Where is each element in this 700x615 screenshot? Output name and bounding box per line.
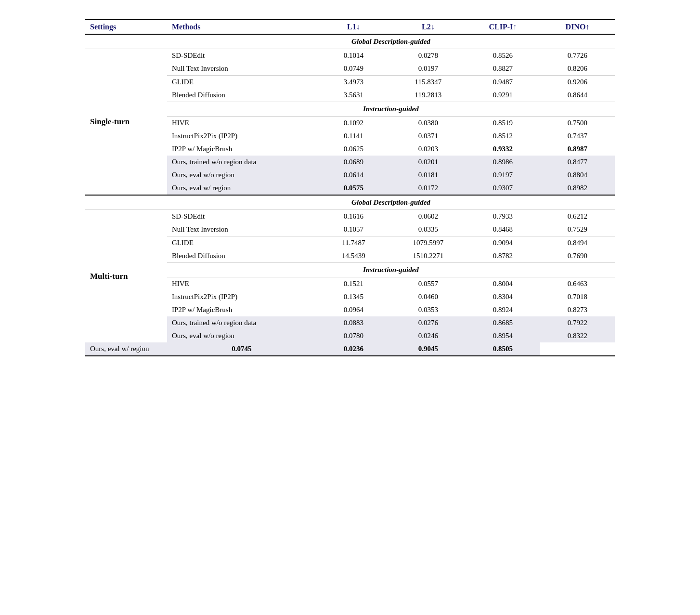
clip-val: 0.9332 xyxy=(466,143,540,156)
l2-val: 0.0460 xyxy=(391,290,466,303)
clip-val: 0.9487 xyxy=(466,76,540,89)
l2-val: 0.0201 xyxy=(391,156,466,169)
l2-val: 1510.2271 xyxy=(391,249,466,263)
dino-val: 0.8804 xyxy=(540,169,615,182)
method-cell: Ours, trained w/o region data xyxy=(167,156,316,169)
method-cell: Blended Diffusion xyxy=(167,89,316,102)
method-cell: Ours, trained w/o region data xyxy=(167,316,316,329)
l1-val: 3.5631 xyxy=(316,89,391,102)
l1-val: 0.0745 xyxy=(167,342,316,356)
l2-val: 0.0276 xyxy=(391,316,466,329)
clip-val: 0.9197 xyxy=(466,169,540,182)
l2-val: 0.0236 xyxy=(316,342,391,356)
results-table: Settings Methods L1↓ L2↓ CLIP-I↑ DINO↑ G… xyxy=(85,19,615,356)
dino-val: 0.7726 xyxy=(540,49,615,63)
single-instruction-label: Instruction-guided xyxy=(167,102,615,117)
settings-header: Settings xyxy=(85,20,167,34)
clip-val: 0.8924 xyxy=(466,303,540,316)
table-row: Multi-turn SD-SDEdit 0.1616 0.0602 0.793… xyxy=(85,210,615,223)
clip-val: 0.8986 xyxy=(466,156,540,169)
l1-val: 0.0575 xyxy=(316,182,391,195)
clip-val: 0.9307 xyxy=(466,182,540,195)
clip-val: 0.7933 xyxy=(466,210,540,223)
method-cell: SD-SDEdit xyxy=(167,210,316,223)
dino-val: 0.8494 xyxy=(540,236,615,250)
method-cell: Ours, eval w/o region xyxy=(167,169,316,182)
dino-val: 0.8987 xyxy=(540,143,615,156)
clip-val: 0.8512 xyxy=(466,130,540,143)
table-wrapper: Settings Methods L1↓ L2↓ CLIP-I↑ DINO↑ G… xyxy=(85,19,615,356)
table-row: Single-turn SD-SDEdit 0.1014 0.0278 0.85… xyxy=(85,49,615,63)
method-cell: HIVE xyxy=(167,277,316,291)
method-cell: Ours, eval w/ region xyxy=(85,342,167,356)
l1-val: 0.0964 xyxy=(316,303,391,316)
method-cell: Null Text Inversion xyxy=(167,223,316,236)
l2-val: 115.8347 xyxy=(391,76,466,89)
clip-val: 0.8526 xyxy=(466,49,540,63)
clip-header: CLIP-I↑ xyxy=(466,20,540,34)
clip-val: 0.9291 xyxy=(466,89,540,102)
l2-val: 0.0278 xyxy=(391,49,466,63)
dino-val: 0.7690 xyxy=(540,249,615,263)
method-cell: IP2P w/ MagicBrush xyxy=(167,143,316,156)
methods-header: Methods xyxy=(167,20,316,34)
header-row: Settings Methods L1↓ L2↓ CLIP-I↑ DINO↑ xyxy=(85,20,615,34)
dino-val: 0.7529 xyxy=(540,223,615,236)
method-cell: IP2P w/ MagicBrush xyxy=(167,303,316,316)
method-cell: SD-SDEdit xyxy=(167,49,316,63)
method-cell: Null Text Inversion xyxy=(167,62,316,76)
single-turn-label: Single-turn xyxy=(85,49,167,196)
method-cell: GLIDE xyxy=(167,236,316,250)
l2-val: 0.0197 xyxy=(391,62,466,76)
single-global-section-header: Global Description-guided xyxy=(85,34,615,49)
clip-val: 0.8685 xyxy=(466,316,540,329)
l1-val: 0.1092 xyxy=(316,117,391,130)
multi-turn-label: Multi-turn xyxy=(85,210,167,343)
clip-val: 0.9094 xyxy=(466,236,540,250)
clip-val: 0.8519 xyxy=(466,117,540,130)
l1-val: 0.1616 xyxy=(316,210,391,223)
dino-val: 0.8322 xyxy=(540,329,615,342)
dino-val: 0.6212 xyxy=(540,210,615,223)
clip-val: 0.8468 xyxy=(466,223,540,236)
dino-val: 0.8477 xyxy=(540,156,615,169)
l1-val: 0.1141 xyxy=(316,130,391,143)
clip-val: 0.8782 xyxy=(466,249,540,263)
dino-val: 0.6463 xyxy=(540,277,615,291)
dino-val: 0.8982 xyxy=(540,182,615,195)
method-cell: InstructPix2Pix (IP2P) xyxy=(167,130,316,143)
l2-val: 0.0353 xyxy=(391,303,466,316)
clip-val: 0.9045 xyxy=(391,342,466,356)
l2-header: L2↓ xyxy=(391,20,466,34)
l2-val: 0.0380 xyxy=(391,117,466,130)
l1-val: 0.0883 xyxy=(316,316,391,329)
table-row-highlight: Ours, eval w/ region 0.0745 0.0236 0.904… xyxy=(85,342,615,356)
clip-val: 0.8304 xyxy=(466,290,540,303)
l2-val: 0.0335 xyxy=(391,223,466,236)
dino-val: 0.8644 xyxy=(540,89,615,102)
method-cell: InstructPix2Pix (IP2P) xyxy=(167,290,316,303)
l1-val: 11.7487 xyxy=(316,236,391,250)
l2-val: 0.0181 xyxy=(391,169,466,182)
dino-val: 0.7922 xyxy=(540,316,615,329)
l1-val: 0.1057 xyxy=(316,223,391,236)
dino-val: 0.8273 xyxy=(540,303,615,316)
dino-val: 0.9206 xyxy=(540,76,615,89)
multi-instruction-label: Instruction-guided xyxy=(167,263,615,277)
l1-val: 14.5439 xyxy=(316,249,391,263)
l1-val: 0.0614 xyxy=(316,169,391,182)
l2-val: 0.0557 xyxy=(391,277,466,291)
l2-val: 0.0203 xyxy=(391,143,466,156)
l2-val: 0.0172 xyxy=(391,182,466,195)
method-cell: GLIDE xyxy=(167,76,316,89)
multi-global-label: Global Description-guided xyxy=(167,195,615,210)
dino-val: 0.7018 xyxy=(540,290,615,303)
method-cell: Blended Diffusion xyxy=(167,249,316,263)
l1-val: 3.4973 xyxy=(316,76,391,89)
dino-header: DINO↑ xyxy=(540,20,615,34)
l1-val: 0.0625 xyxy=(316,143,391,156)
l1-val: 0.1014 xyxy=(316,49,391,63)
method-cell: Ours, eval w/o region xyxy=(167,329,316,342)
clip-val: 0.8954 xyxy=(466,329,540,342)
l1-val: 0.0689 xyxy=(316,156,391,169)
